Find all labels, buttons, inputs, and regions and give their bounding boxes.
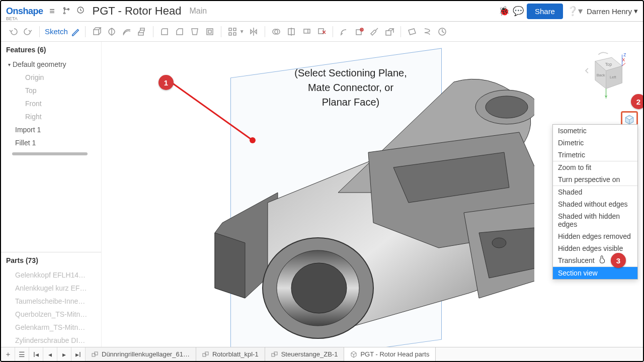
revolve-icon[interactable] [106,26,118,38]
svg-rect-13 [304,29,308,33]
tab[interactable]: Steuerstange_ZB-1 [265,347,345,361]
svg-text:X: X [622,57,625,62]
svg-rect-1 [94,30,99,35]
user-menu[interactable]: Darren Henry ▾ [587,7,638,16]
parts-header: Parts (73) [1,252,101,268]
chevron-down-icon: ▾ [634,7,638,16]
shell-icon[interactable] [204,26,216,38]
features-header: Features (6) [1,42,101,58]
modify-fillet-icon[interactable] [338,26,350,38]
menu-shaded[interactable]: Shaded [553,186,637,198]
svg-rect-7 [233,28,236,31]
part-item[interactable]: Anlenkkugel kurz EF… [1,282,101,295]
part-item[interactable]: Gelenkkopf EFLH14… [1,268,101,282]
redo-icon[interactable] [22,26,34,38]
top-bar: Onshape BETA ≡ PGT - Rotor Head Main 🐞 💬… [1,1,643,22]
menu-perspective[interactable]: Turn perspective on [553,173,637,186]
svg-line-32 [622,63,625,66]
menu-dimetric[interactable]: Dimetric [553,137,637,149]
next-tab-button[interactable]: ▸ [57,347,71,361]
svg-rect-9 [233,33,236,35]
branch-icon[interactable] [61,6,71,17]
part-item[interactable]: Taumelscheibe-Inne… [1,295,101,308]
tab[interactable]: Dünnringrillenkugellager_61… [86,347,196,361]
svg-text:Left: Left [610,75,616,79]
comment-icon[interactable]: 💬 [513,6,523,17]
extrude-icon[interactable] [91,26,103,38]
prev-tab-button[interactable]: ◂ [43,347,57,361]
part-item[interactable]: Querbolzen_TS-Mitn… [1,308,101,321]
menu-shaded-noedge[interactable]: Shaded without edges [553,198,637,210]
model-view[interactable] [157,77,534,362]
split-icon[interactable] [285,26,297,38]
main-area: Features (6) ▾ Default geometry Origin T… [1,42,643,347]
menu-zoom-fit[interactable]: Zoom to fit [553,161,637,173]
move-face-icon[interactable] [368,26,380,38]
help-icon[interactable]: ❔▾ [567,6,583,17]
svg-rect-3 [140,28,144,30]
tab[interactable]: Rotorblatt_kpl-1 [196,347,265,361]
sweep-icon[interactable] [121,26,133,38]
chamfer-icon[interactable] [174,26,186,38]
tab-list-button[interactable]: ☰ [15,347,29,361]
last-tab-button[interactable]: ▸I [71,347,86,361]
tab-label: Rotorblatt_kpl-1 [212,350,259,358]
tree-root[interactable]: ▾ Default geometry [1,58,101,71]
menu-hidden-visible[interactable]: Hidden edges visible [553,242,637,254]
delete-part-icon[interactable] [315,26,328,38]
variables-icon[interactable] [436,26,448,38]
logo[interactable]: Onshape BETA [6,6,43,17]
draft-icon[interactable] [189,26,201,38]
tree-front[interactable]: Front [1,97,101,110]
callout-number: 1 [164,78,168,87]
helix-icon[interactable] [421,26,433,38]
parts-panel: Parts (73) Gelenkkopf EFLH14… Anlenkkuge… [1,252,101,347]
annotation-text: (Select Sectioning Plane, Mate Connector… [283,66,419,110]
view-cube[interactable]: Top Back Left Y X Z [579,52,626,99]
tree-fillet[interactable]: Fillet 1 [1,136,101,149]
tree-origin[interactable]: Origin [1,71,101,84]
tab-label: Steuerstange_ZB-1 [281,350,338,358]
transform-icon[interactable] [300,26,312,38]
svg-point-24 [291,263,347,313]
graphics-canvas[interactable]: (Select Sectioning Plane, Mate Connector… [102,42,643,347]
part-item[interactable]: Gelenkarm_TS-Mitn… [1,321,101,334]
dropdown-caret-icon[interactable]: ▼ [239,29,245,34]
callout-1: 1 [158,75,174,90]
tab-active[interactable]: PGT - Rotor Head parts [344,347,436,361]
pattern-icon[interactable] [226,26,238,38]
callout-number: 3 [616,256,620,265]
share-button[interactable]: Share [527,4,563,19]
replace-face-icon[interactable] [383,26,395,38]
bottom-bar: ＋ ☰ I◂ ◂ ▸ ▸I Dünnringrillenkugellager_6… [1,347,643,361]
part-item[interactable]: Zylinderschraube DI… [1,334,101,347]
loft-icon[interactable] [136,26,148,38]
bug-icon[interactable]: 🐞 [499,6,509,17]
svg-rect-8 [229,33,231,35]
menu-icon[interactable]: ≡ [47,6,57,17]
boolean-icon[interactable] [270,26,282,38]
mirror-icon[interactable] [248,26,260,38]
menu-isometric[interactable]: Isometric [553,125,637,137]
menu-shaded-hidden[interactable]: Shaded with hidden edges [553,210,637,230]
tree-top[interactable]: Top [1,84,101,97]
callout-2: 2 [631,94,644,109]
tree-import[interactable]: Import 1 [1,123,101,136]
menu-hidden-removed[interactable]: Hidden edges removed [553,230,637,242]
scrollbar[interactable] [12,152,88,155]
svg-rect-4 [207,29,213,35]
menu-section-view[interactable]: Section view [553,267,637,279]
plane-icon[interactable] [406,26,418,38]
logo-beta: BETA [6,16,18,21]
add-tab-button[interactable]: ＋ [1,347,15,361]
document-title[interactable]: PGT - Rotor Head [93,5,182,18]
menu-trimetric[interactable]: Trimetric [553,149,637,161]
undo-icon[interactable] [7,26,19,38]
sketch-button[interactable]: Sketch [45,27,80,36]
first-tab-button[interactable]: I◂ [29,347,43,361]
history-icon[interactable] [75,6,86,17]
branch-label[interactable]: Main [189,7,207,16]
tree-right[interactable]: Right [1,110,101,123]
fillet-icon[interactable] [158,26,171,38]
delete-face-icon[interactable] [353,26,365,38]
